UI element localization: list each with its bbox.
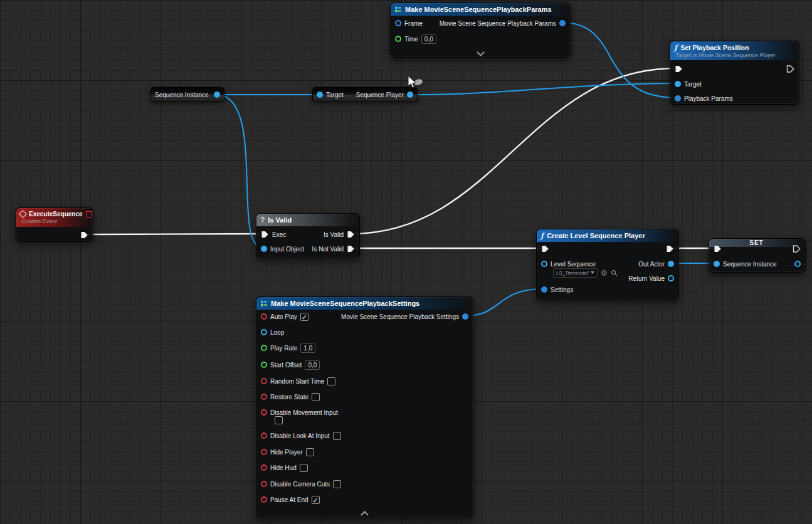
browse-asset-icon[interactable]	[611, 270, 618, 276]
pin-settings-input[interactable]	[541, 286, 547, 293]
hide-hud-checkbox[interactable]	[300, 464, 308, 472]
hide-player-checkbox[interactable]	[306, 448, 314, 456]
node-execute-sequence-event[interactable]: ExecuteSequence Custom Event	[16, 207, 93, 242]
pin-label: Disable Camera Cuts	[270, 481, 330, 488]
pin-label: Input Object	[270, 246, 304, 253]
collapse-chevron-icon[interactable]	[361, 511, 369, 519]
random-start-time-checkbox[interactable]	[327, 377, 335, 385]
pin-label: Target	[684, 81, 702, 88]
pin-playback-params-input[interactable]	[675, 95, 681, 102]
exec-out-pin[interactable]	[666, 245, 674, 253]
pin-label: Movie Scene Sequence Playback Settings	[341, 313, 459, 320]
pin-time-input[interactable]	[395, 36, 401, 42]
node-header: ExecuteSequence Custom Event	[16, 208, 93, 227]
pin-restore-state[interactable]	[261, 394, 267, 400]
pin-input-object[interactable]	[261, 246, 267, 252]
pin-sequence-player-output[interactable]	[407, 92, 413, 98]
pin-sequence-instance-input[interactable]	[714, 261, 720, 267]
dropdown-arrow-icon	[591, 271, 594, 274]
custom-event-icon	[19, 210, 27, 218]
pin-frame-input[interactable]	[395, 20, 401, 26]
time-value-input[interactable]: 0,0	[421, 34, 436, 44]
collapse-chevron-icon[interactable]	[477, 48, 485, 56]
asset-picker-dropdown[interactable]: LS_TimecodePr	[553, 268, 598, 278]
use-selected-asset-icon[interactable]	[601, 270, 608, 276]
node-get-sequence-player[interactable]: Target Sequence Player	[312, 87, 418, 102]
pin-playback-params-output[interactable]	[559, 20, 566, 26]
pin-label: Time	[404, 36, 418, 43]
pin-label: Exec	[272, 231, 286, 238]
node-make-movie-scene-sequence-playback-settings[interactable]: Make MovieSceneSequencePlaybackSettings …	[256, 296, 473, 518]
pin-label: Loop	[270, 329, 284, 336]
pin-label: Auto Play	[270, 313, 297, 320]
node-is-valid[interactable]: ? Is Valid Exec Is Valid Input Object Is…	[256, 213, 360, 258]
pin-label: Restore State	[270, 394, 308, 401]
node-make-movie-scene-sequence-playback-params[interactable]: Make MovieSceneSequencePlaybackParams Fr…	[390, 3, 571, 58]
pin-start-offset[interactable]	[261, 362, 267, 368]
pin-label: Sequence Instance	[723, 261, 777, 268]
pin-play-rate[interactable]	[261, 345, 267, 351]
exec-out-pin[interactable]	[80, 231, 88, 239]
pin-return-value-output[interactable]	[668, 275, 674, 281]
pin-pause-at-end[interactable]	[261, 496, 267, 503]
pin-label: Movie Scene Sequence Playback Params	[440, 20, 556, 27]
node-get-sequence-instance[interactable]: Sequence Instance	[150, 87, 224, 102]
exec-out-pin[interactable]	[793, 245, 801, 253]
pin-loop[interactable]	[261, 329, 267, 335]
play-rate-input[interactable]: 1,0	[300, 343, 315, 353]
function-icon: ƒ	[674, 44, 677, 51]
exec-in-pin[interactable]	[675, 65, 683, 73]
node-header: Make MovieSceneSequencePlaybackParams	[391, 3, 570, 16]
auto-play-checkbox[interactable]	[300, 313, 308, 321]
pin-target-input[interactable]	[675, 81, 681, 87]
node-title: Make MovieSceneSequencePlaybackSettings	[271, 300, 419, 307]
exec-in-pin[interactable]	[261, 231, 269, 238]
node-subtitle: Custom Event	[21, 218, 89, 224]
exec-in-pin[interactable]	[541, 245, 549, 253]
event-editable-indicator-icon[interactable]	[86, 211, 92, 217]
node-set-playback-position[interactable]: ƒ Set Playback Position Target is Movie …	[670, 41, 799, 105]
pin-label: Start Offset	[270, 362, 302, 369]
pin-playback-settings-output[interactable]	[462, 313, 468, 320]
pin-level-sequence-input[interactable]	[541, 261, 547, 267]
pin-label: Hide Player	[270, 449, 303, 456]
node-title: ExecuteSequence	[29, 211, 83, 217]
pin-out-actor-output[interactable]	[668, 261, 674, 267]
node-title: Is Valid	[268, 216, 292, 224]
pin-hide-hud[interactable]	[261, 464, 267, 471]
pin-label: Target	[326, 92, 344, 98]
pin-target-input[interactable]	[317, 92, 323, 98]
pin-disable-look-at-input[interactable]	[261, 432, 267, 439]
disable-movement-input-checkbox[interactable]	[275, 416, 283, 424]
disable-look-at-input-checkbox[interactable]	[333, 432, 341, 440]
pin-label: Pause At End	[270, 496, 308, 503]
node-create-level-sequence-player[interactable]: ƒ Create Level Sequence Player Level Seq…	[536, 229, 679, 300]
node-set-sequence-instance[interactable]: SET Sequence Instance	[709, 238, 806, 273]
pin-auto-play[interactable]	[261, 313, 267, 320]
pin-disable-camera-cuts[interactable]	[261, 481, 267, 487]
pin-random-start-time[interactable]	[261, 378, 267, 384]
exec-in-pin[interactable]	[714, 245, 722, 253]
node-title: Create Level Sequence Player	[547, 232, 645, 239]
question-icon: ?	[260, 216, 265, 224]
start-offset-input[interactable]: 0,0	[305, 360, 320, 370]
pin-disable-movement-input[interactable]	[261, 409, 267, 416]
restore-state-checkbox[interactable]	[312, 393, 320, 401]
pin-label: Sequence Player	[356, 92, 404, 98]
pin-hide-player[interactable]	[261, 449, 267, 455]
pin-sequence-instance-output[interactable]	[214, 92, 220, 98]
wire-data-params-to-playbackparams	[562, 23, 677, 98]
pin-label: Disable Look At Input	[270, 432, 330, 439]
node-header: ƒ Set Playback Position Target is Movie …	[670, 41, 799, 60]
exec-is-valid-out-pin[interactable]	[347, 231, 355, 238]
blueprint-graph: { "icons": { "function": "ƒ", "question"…	[0, 0, 812, 524]
pin-label: Frame	[404, 20, 423, 27]
wire-exec-event-to-isvalid	[84, 234, 264, 234]
pin-sequence-instance-output[interactable]	[794, 261, 801, 267]
exec-is-not-valid-out-pin[interactable]	[347, 245, 355, 253]
pin-label: Level Sequence	[551, 261, 596, 268]
node-header: ? Is Valid	[256, 214, 359, 226]
exec-out-pin[interactable]	[786, 65, 794, 73]
disable-camera-cuts-checkbox[interactable]	[333, 480, 341, 488]
pause-at-end-checkbox[interactable]	[312, 496, 320, 504]
